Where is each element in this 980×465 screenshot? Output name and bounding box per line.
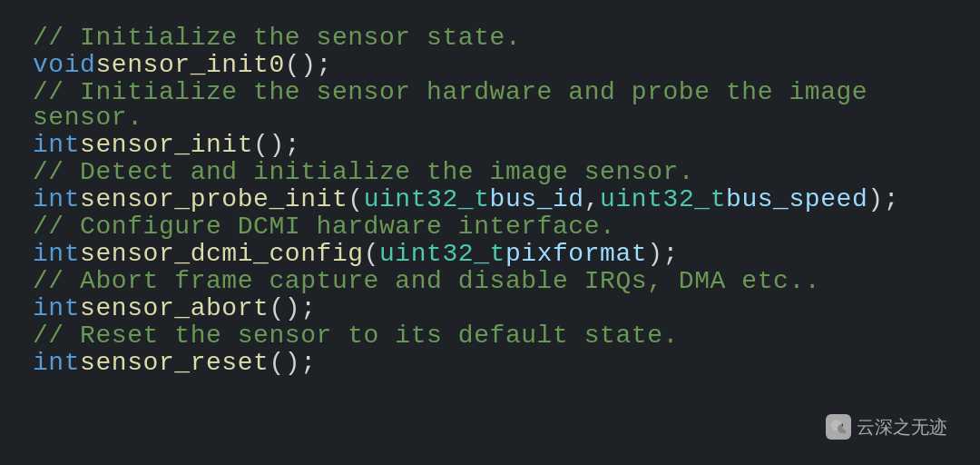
code-token-keyword: void: [33, 53, 95, 78]
code-line: int sensor_dcmi_config(uint32_t pixforma…: [33, 242, 947, 267]
code-token-plain: );: [867, 187, 899, 213]
code-token-plain: ();: [269, 351, 316, 376]
code-line: int sensor_reset();: [33, 351, 947, 376]
code-line: int sensor_init();: [33, 133, 947, 158]
code-line: // Detect and initialize the image senso…: [33, 160, 947, 185]
code-token-keyword: int: [33, 351, 80, 376]
code-token-comment: // Abort frame capture and disable IRQs,…: [33, 269, 820, 294]
code-line: // Abort frame capture and disable IRQs,…: [33, 269, 947, 294]
code-token-keyword: int: [33, 296, 80, 322]
code-line: // Reset the sensor to its default state…: [33, 323, 947, 349]
code-token-comment: // Initialize the sensor hardware and pr…: [33, 80, 947, 131]
code-token-plain: ();: [253, 133, 300, 158]
code-token-plain: (: [348, 187, 363, 213]
wechat-icon: [826, 414, 851, 440]
code-line: int sensor_abort();: [33, 296, 947, 322]
code-token-func-name: sensor_dcmi_config: [80, 242, 364, 267]
code-token-param-type: uint32_t: [379, 242, 505, 267]
code-container: // Initialize the sensor state.void sens…: [0, 0, 980, 465]
code-line: void sensor_init0();: [33, 53, 947, 78]
code-token-plain: ,: [584, 187, 600, 213]
code-token-keyword: int: [33, 242, 80, 267]
code-token-func-name: sensor_abort: [80, 296, 269, 322]
code-token-param-name: bus_speed: [726, 187, 867, 213]
code-token-plain: (: [364, 242, 379, 267]
code-token-comment: // Detect and initialize the image senso…: [33, 160, 694, 185]
code-line: // Configure DCMI hardware interface.: [33, 214, 947, 240]
code-line: int sensor_probe_init(uint32_t bus_id, u…: [33, 187, 947, 213]
code-token-comment: // Configure DCMI hardware interface.: [33, 214, 615, 240]
code-token-func-name: sensor_probe_init: [80, 187, 348, 213]
code-line: // Initialize the sensor state.: [33, 25, 947, 51]
code-token-plain: );: [647, 242, 679, 267]
watermark: 云深之无迹: [826, 414, 947, 440]
code-token-param-type: uint32_t: [364, 187, 490, 213]
code-token-keyword: int: [33, 187, 80, 213]
code-token-param-type: uint32_t: [600, 187, 726, 213]
watermark-text: 云深之无迹: [857, 415, 947, 440]
code-token-keyword: int: [33, 133, 80, 158]
code-token-plain: ();: [269, 296, 316, 322]
code-token-func-name: sensor_reset: [80, 351, 269, 376]
code-token-comment: // Reset the sensor to its default state…: [33, 323, 679, 349]
code-block: // Initialize the sensor state.void sens…: [33, 25, 947, 376]
code-token-plain: ();: [285, 53, 332, 78]
code-token-func-name: sensor_init: [80, 133, 253, 158]
code-token-comment: // Initialize the sensor state.: [33, 25, 521, 51]
code-line: // Initialize the sensor hardware and pr…: [33, 80, 947, 131]
code-token-func-name: sensor_init0: [95, 53, 284, 78]
code-token-param-name: pixformat: [505, 242, 647, 267]
code-token-param-name: bus_id: [490, 187, 584, 213]
